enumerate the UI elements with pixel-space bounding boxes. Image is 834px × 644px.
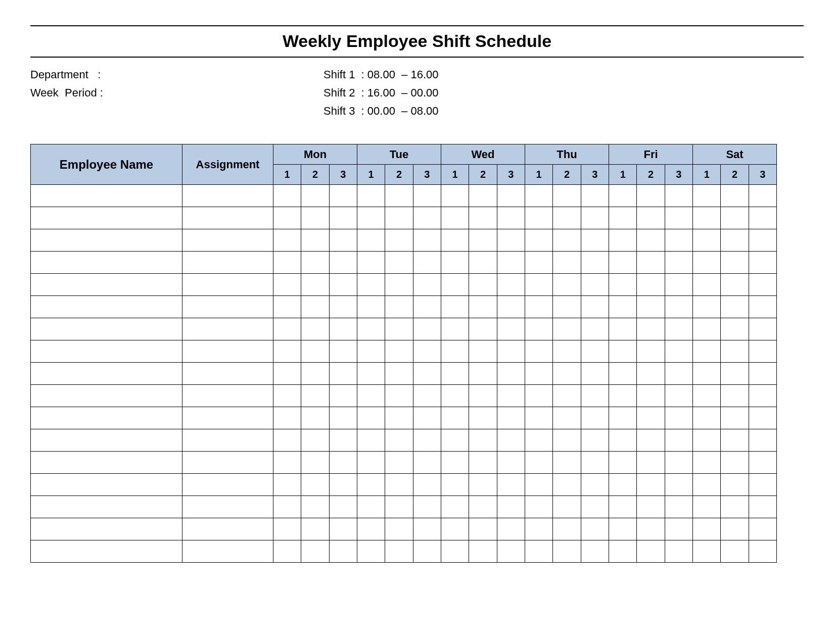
cell [413,229,441,252]
cell [329,496,357,518]
cell [273,340,301,363]
cell [525,474,553,496]
cell [553,296,581,318]
cell [525,185,553,207]
cell [581,429,609,452]
cell [301,340,329,363]
cell [385,185,413,207]
cell [721,296,749,318]
cell [301,252,329,274]
cell [31,318,182,340]
cell [357,207,385,229]
cell [693,407,721,429]
cell [413,296,441,318]
cell [273,540,301,563]
cell [525,429,553,452]
cell [581,229,609,252]
cell [273,452,301,474]
cell [301,207,329,229]
cell [749,496,776,518]
cell [469,429,497,452]
cell [301,452,329,474]
cell [31,207,182,229]
cell [693,496,721,518]
cell [497,518,525,540]
cell [329,274,357,296]
cell [329,518,357,540]
table-row [31,518,777,540]
cell [553,518,581,540]
cell [525,407,553,429]
cell [413,207,441,229]
cell [441,252,469,274]
cell [581,185,609,207]
cell [182,229,273,252]
cell [301,429,329,452]
cell [385,207,413,229]
cell [357,407,385,429]
cell [301,296,329,318]
cell [413,518,441,540]
cell [441,363,469,385]
cell [497,252,525,274]
label-shift-2: Shift 2 : 16.00 – 00.00 [323,84,439,102]
cell [581,474,609,496]
cell [329,407,357,429]
table-row [31,474,777,496]
table-row [31,429,777,452]
cell [665,274,692,296]
header-day-fri: Fri [609,144,693,165]
cell [469,229,497,252]
cell [273,363,301,385]
cell [357,429,385,452]
table-row [31,385,777,407]
table-row [31,496,777,518]
cell [357,540,385,563]
cell [182,385,273,407]
cell [413,429,441,452]
cell [749,474,776,496]
cell [385,452,413,474]
cell [637,429,665,452]
cell [441,385,469,407]
cell [31,296,182,318]
cell [469,274,497,296]
cell [182,452,273,474]
cell [31,496,182,518]
cell [31,229,182,252]
table-row [31,229,777,252]
cell [693,340,721,363]
cell [31,385,182,407]
cell [497,429,525,452]
cell [609,340,637,363]
cell [497,474,525,496]
cell [413,340,441,363]
cell [693,274,721,296]
cell [31,429,182,452]
cell [665,496,692,518]
cell [385,363,413,385]
cell [749,318,776,340]
cell [553,363,581,385]
cell [469,207,497,229]
cell [182,207,273,229]
header-shift: 3 [665,165,692,185]
cell [637,363,665,385]
label-shift-1: Shift 1 : 08.00 – 16.00 [323,66,439,84]
cell [469,252,497,274]
cell [273,318,301,340]
cell [329,318,357,340]
cell [469,540,497,563]
cell [637,296,665,318]
header-shift: 3 [749,165,776,185]
cell [665,474,692,496]
cell [693,363,721,385]
cell [553,452,581,474]
cell [497,185,525,207]
schedule-table: Employee Name Assignment Mon Tue Wed Thu… [30,144,777,563]
cell [581,296,609,318]
cell [721,340,749,363]
cell [749,518,776,540]
label-shift-3: Shift 3 : 00.00 – 08.00 [323,102,439,120]
header-shift: 2 [553,165,581,185]
